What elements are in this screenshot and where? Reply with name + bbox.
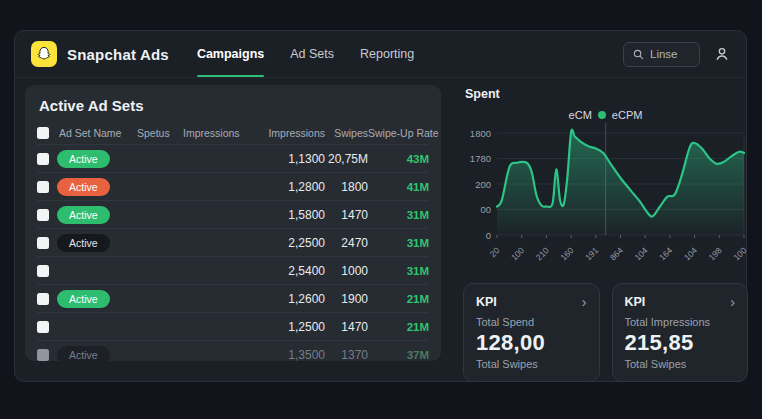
swipe-up-rate-value: 21M (368, 293, 429, 305)
search-icon (633, 49, 644, 60)
kpi-card[interactable]: KPI › Total Impressions 215,85 Total Swi… (612, 283, 749, 382)
status-badge: Active (57, 290, 110, 308)
svg-text:200: 200 (475, 179, 491, 190)
impressions-value: 1,2600 (256, 292, 325, 306)
impressions-value: 2,2500 (256, 236, 325, 250)
swipe-up-rate-value: 43M (368, 153, 429, 165)
svg-text:191: 191 (583, 245, 600, 262)
svg-text:20: 20 (488, 245, 502, 259)
svg-text:210: 210 (534, 245, 551, 262)
row-checkbox[interactable] (37, 321, 49, 333)
legend-ecm-label: eCM (569, 109, 592, 121)
status-badge: Active (57, 178, 110, 196)
table-row[interactable]: 1,2500 1470 21M (37, 312, 429, 340)
svg-text:1800: 1800 (470, 128, 491, 139)
impressions-value: 2,5400 (256, 264, 325, 278)
legend-dot-icon (598, 111, 606, 119)
swipe-up-rate-value: 41M (368, 181, 429, 193)
nav-tabs: CampaignsAd SetsReporting (197, 31, 414, 77)
chevron-right-icon[interactable]: › (582, 295, 587, 309)
table-row[interactable]: Active 1,2800 1800 41M (37, 172, 429, 200)
col-ad-set-name: Ad Set Name (57, 127, 137, 139)
kpi-card[interactable]: KPI › Total Spend 128,00 Total Swipes (463, 283, 600, 382)
row-checkbox[interactable] (37, 209, 49, 221)
svg-text:00: 00 (480, 204, 491, 215)
swipes-value: 2470 (325, 236, 368, 250)
swipe-up-rate-value: 31M (368, 209, 429, 221)
chart-legend: eCM eCPM (463, 109, 748, 121)
app-title: Snapchat Ads (67, 46, 169, 63)
status-badge: Active (57, 346, 110, 362)
col-swipes: Swipes (325, 127, 368, 139)
top-navbar: Snapchat Ads CampaignsAd SetsReporting (15, 31, 746, 78)
col-impressions-2: Impressions (256, 127, 325, 139)
impressions-value: 1,3500 (256, 348, 325, 362)
row-checkbox[interactable] (37, 153, 49, 165)
svg-text:100: 100 (509, 245, 526, 262)
impressions-value: 1,2800 (256, 180, 325, 194)
spent-chart: 1800178020000020100210160191864104164104… (463, 123, 748, 273)
impressions-value: 1,1300 (256, 152, 325, 166)
svg-text:164: 164 (657, 245, 674, 262)
col-impressions-1: Impressions (183, 127, 256, 139)
user-profile-icon[interactable] (714, 46, 730, 62)
row-checkbox[interactable] (37, 265, 49, 277)
table-header-row: Ad Set Name Spetus Impressions Impressio… (37, 122, 429, 144)
impressions-value: 1,5800 (256, 208, 325, 222)
swipe-up-rate-value: 21M (368, 321, 429, 333)
snapchat-logo-icon[interactable] (31, 41, 57, 67)
nav-tab[interactable]: Campaigns (197, 31, 264, 77)
svg-text:864: 864 (608, 245, 625, 262)
swipes-value: 1470 (325, 320, 368, 334)
col-spetus: Spetus (137, 127, 183, 139)
status-badge: Active (57, 206, 110, 224)
table-row[interactable]: Active 1,5800 1470 31M (37, 200, 429, 228)
swipes-value: 1000 (325, 264, 368, 278)
row-checkbox[interactable] (37, 181, 49, 193)
svg-text:0: 0 (486, 230, 491, 241)
svg-text:1780: 1780 (470, 153, 491, 164)
row-checkbox[interactable] (37, 293, 49, 305)
swipes-value: 1470 (325, 208, 368, 222)
table-row[interactable]: Active 1,3500 1370 37M (37, 340, 429, 361)
svg-text:198: 198 (707, 245, 724, 262)
row-checkbox[interactable] (37, 237, 49, 249)
row-checkbox[interactable] (37, 349, 49, 361)
svg-text:104: 104 (633, 245, 650, 262)
search-box[interactable] (623, 42, 700, 67)
swipes-value: 1800 (325, 180, 368, 194)
app-window: Snapchat Ads CampaignsAd SetsReporting A… (14, 30, 747, 382)
svg-text:160: 160 (558, 245, 575, 262)
swipes-value: 20,75M (325, 152, 368, 166)
status-badge: Active (57, 150, 110, 168)
chart-title: Spent (465, 87, 748, 101)
legend-ecpm-label: eCPM (612, 109, 643, 121)
svg-text:104: 104 (682, 245, 699, 262)
nav-tab[interactable]: Ad Sets (290, 31, 334, 77)
table-row[interactable]: Active 1,2600 1900 21M (37, 284, 429, 312)
impressions-value: 1,2500 (256, 320, 325, 334)
active-ad-sets-panel: Active Ad Sets Ad Set Name Spetus Impres… (25, 85, 441, 361)
chart-svg: 1800178020000020100210160191864104164104… (463, 123, 748, 269)
kpi-cards: KPI › Total Spend 128,00 Total Swipes KP… (463, 283, 748, 382)
status-badge: Active (57, 234, 110, 252)
table-row[interactable]: Active 1,1300 20,75M 43M (37, 144, 429, 172)
swipes-value: 1370 (325, 348, 368, 362)
swipe-up-rate-value: 31M (368, 265, 429, 277)
select-all-checkbox[interactable] (37, 127, 49, 139)
chevron-right-icon[interactable]: › (730, 295, 735, 309)
nav-tab[interactable]: Reporting (360, 31, 414, 77)
swipe-up-rate-value: 31M (368, 237, 429, 249)
col-swipe-up-rate: Swipe-Up Rate (368, 127, 439, 139)
ghost-icon (35, 45, 53, 63)
table-row[interactable]: 2,5400 1000 31M (37, 256, 429, 284)
swipe-up-rate-value: 37M (368, 349, 429, 361)
search-input[interactable] (650, 48, 690, 60)
table-row[interactable]: Active 2,2500 2470 31M (37, 228, 429, 256)
right-column: Spent eCM eCPM 1800178020000020100210160… (463, 87, 748, 382)
panel-title: Active Ad Sets (39, 97, 429, 114)
table-body: Active 1,1300 20,75M 43M Active 1,2800 1… (37, 144, 429, 361)
svg-text:100: 100 (731, 245, 748, 262)
swipes-value: 1900 (325, 292, 368, 306)
